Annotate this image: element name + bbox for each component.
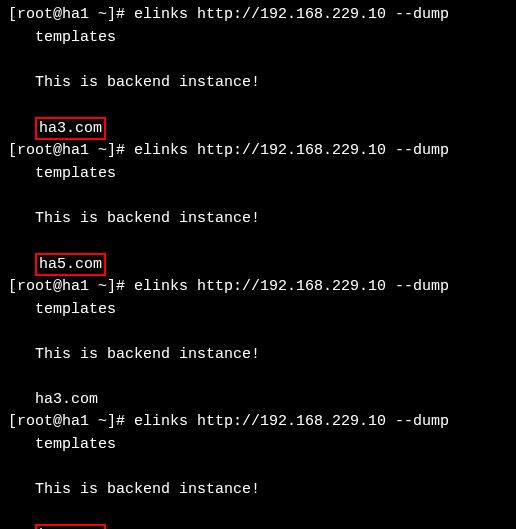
blank-line	[8, 456, 508, 479]
blank-line	[8, 230, 508, 253]
prompt-user-host: root@ha1 ~	[17, 413, 107, 430]
bracket-close: ]#	[107, 142, 125, 159]
output-line: This is backend instance!	[8, 479, 508, 502]
blank-line	[8, 185, 508, 208]
blank-line	[8, 49, 508, 72]
blank-line	[8, 366, 508, 389]
command-text: elinks http://192.168.229.10 --dump	[134, 6, 449, 23]
highlighted-host: ha3.com	[35, 117, 106, 141]
output-line: This is backend instance!	[8, 344, 508, 367]
command-text: elinks http://192.168.229.10 --dump	[134, 142, 449, 159]
bracket-close: ]#	[107, 278, 125, 295]
bracket-open: [	[8, 278, 17, 295]
host-line: ha3.com	[8, 117, 508, 141]
bracket-open: [	[8, 6, 17, 23]
bracket-close: ]#	[107, 6, 125, 23]
prompt-user-host: root@ha1 ~	[17, 6, 107, 23]
highlighted-host: ha4.com	[35, 524, 106, 530]
output-line: templates	[8, 27, 508, 50]
plain-host: ha3.com	[35, 391, 98, 408]
prompt-user-host: root@ha1 ~	[17, 142, 107, 159]
bracket-close: ]#	[107, 413, 125, 430]
output-line: This is backend instance!	[8, 72, 508, 95]
output-line: templates	[8, 163, 508, 186]
bracket-open: [	[8, 142, 17, 159]
host-line: ha5.com	[8, 253, 508, 277]
prompt-line: [root@ha1 ~]# elinks http://192.168.229.…	[8, 411, 508, 434]
prompt-line: [root@ha1 ~]# elinks http://192.168.229.…	[8, 276, 508, 299]
command-text: elinks http://192.168.229.10 --dump	[134, 413, 449, 430]
host-line: ha4.com	[8, 524, 508, 530]
blank-line	[8, 321, 508, 344]
bracket-open: [	[8, 413, 17, 430]
prompt-line: [root@ha1 ~]# elinks http://192.168.229.…	[8, 140, 508, 163]
blank-line	[8, 94, 508, 117]
output-line: templates	[8, 434, 508, 457]
prompt-line: [root@ha1 ~]# elinks http://192.168.229.…	[8, 4, 508, 27]
output-line: This is backend instance!	[8, 208, 508, 231]
command-text: elinks http://192.168.229.10 --dump	[134, 278, 449, 295]
highlighted-host: ha5.com	[35, 253, 106, 277]
host-line: ha3.com	[8, 389, 508, 412]
blank-line	[8, 501, 508, 524]
prompt-user-host: root@ha1 ~	[17, 278, 107, 295]
output-line: templates	[8, 299, 508, 322]
